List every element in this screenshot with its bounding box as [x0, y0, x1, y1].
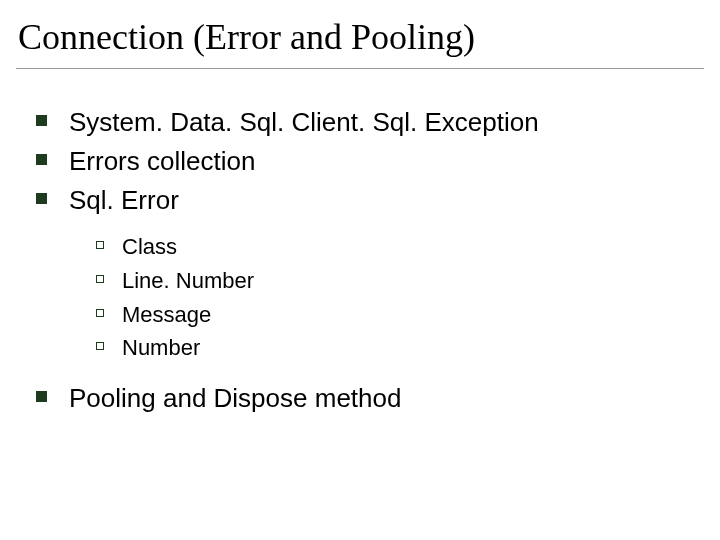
list-item-text: Sql. Error — [69, 183, 179, 218]
sub-list-item: Message — [96, 300, 704, 330]
square-bullet-icon — [36, 115, 47, 126]
hollow-square-bullet-icon — [96, 342, 104, 350]
list-item: Sql. Error — [36, 183, 704, 218]
sub-list: Class Line. Number Message Number — [36, 232, 704, 363]
square-bullet-icon — [36, 391, 47, 402]
square-bullet-icon — [36, 193, 47, 204]
sub-list-item: Class — [96, 232, 704, 262]
list-item: System. Data. Sql. Client. Sql. Exceptio… — [36, 105, 704, 140]
list-item-text: Errors collection — [69, 144, 255, 179]
list-item: Pooling and Dispose method — [36, 381, 704, 416]
list-item: Errors collection — [36, 144, 704, 179]
sub-list-item-text: Line. Number — [122, 266, 254, 296]
sub-list-item-text: Message — [122, 300, 211, 330]
slide: Connection (Error and Pooling) System. D… — [0, 0, 720, 540]
square-bullet-icon — [36, 154, 47, 165]
sub-list-item-text: Class — [122, 232, 177, 262]
list-item-text: System. Data. Sql. Client. Sql. Exceptio… — [69, 105, 539, 140]
sub-list-item: Number — [96, 333, 704, 363]
list-item-text: Pooling and Dispose method — [69, 381, 401, 416]
slide-body: System. Data. Sql. Client. Sql. Exceptio… — [16, 105, 704, 416]
hollow-square-bullet-icon — [96, 309, 104, 317]
sub-list-item: Line. Number — [96, 266, 704, 296]
sub-list-item-text: Number — [122, 333, 200, 363]
slide-title: Connection (Error and Pooling) — [16, 12, 704, 69]
hollow-square-bullet-icon — [96, 275, 104, 283]
hollow-square-bullet-icon — [96, 241, 104, 249]
